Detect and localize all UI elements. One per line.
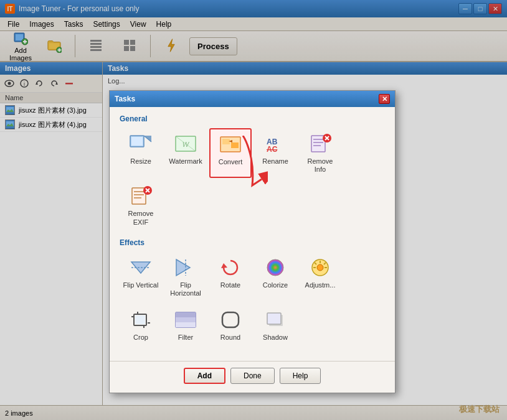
task-convert-label: Convert [219, 158, 243, 166]
svg-rect-80 [222, 312, 239, 327]
effects-task-grid: Flip Vertical Flip Horizontal [120, 252, 385, 347]
flip-horizontal-icon [173, 256, 198, 279]
svg-rect-78 [176, 317, 196, 322]
task-rename-label: Rename [262, 157, 288, 166]
done-button[interactable]: Done [230, 368, 275, 384]
adjustments-icon [308, 256, 333, 279]
svg-point-62 [267, 259, 283, 276]
task-convert[interactable]: Convert [209, 128, 252, 178]
crop-icon [128, 309, 153, 331]
effects-section-label: Effects [120, 238, 385, 247]
filter-icon [173, 309, 198, 331]
help-button[interactable]: Help [280, 368, 321, 384]
dialog-title: Tasks [115, 95, 135, 103]
svg-rect-75 [135, 315, 145, 324]
add-button[interactable]: Add [184, 368, 225, 384]
svg-rect-82 [267, 313, 281, 324]
task-flip-vertical-label: Flip Vertical [123, 281, 159, 289]
rotate-icon [218, 256, 243, 279]
svg-rect-31 [131, 137, 143, 146]
task-rename[interactable]: AB AC Rename [254, 128, 296, 178]
task-colorize[interactable]: Colorize [254, 252, 296, 302]
shadow-icon [263, 309, 288, 331]
task-rotate[interactable]: Rotate [209, 252, 252, 302]
task-watermark[interactable]: W Watermark [164, 128, 207, 178]
svg-marker-59 [176, 259, 190, 276]
task-shadow-label: Shadow [263, 334, 288, 342]
task-colorize-label: Colorize [263, 281, 288, 289]
round-icon [218, 309, 243, 331]
task-remove-info-label: Remove Info [302, 157, 338, 174]
svg-marker-61 [221, 263, 227, 268]
task-resize-label: Resize [130, 157, 151, 166]
svg-point-69 [317, 264, 323, 271]
dialog-footer: Add Done Help [110, 361, 395, 393]
flip-vertical-icon [128, 256, 153, 279]
remove-exif-icon [128, 185, 153, 207]
dialog-content: General Resize [110, 107, 395, 361]
task-crop-label: Crop [133, 334, 148, 342]
task-flip-horizontal[interactable]: Flip Horizontal [164, 252, 207, 302]
task-crop[interactable]: Crop [120, 304, 162, 346]
general-section-label: General [120, 114, 385, 123]
dialog-close-button[interactable]: ✕ [379, 94, 390, 104]
task-shadow[interactable]: Shadow [254, 304, 296, 346]
dialog-title-bar: Tasks ✕ [110, 91, 395, 107]
task-filter-label: Filter [178, 334, 193, 342]
task-adjustments-label: Adjustm... [305, 281, 336, 289]
svg-rect-79 [176, 322, 196, 327]
task-remove-exif-label: Remove EXIF [123, 210, 159, 226]
remove-info-icon [308, 133, 333, 155]
task-flip-vertical[interactable]: Flip Vertical [120, 252, 162, 302]
task-filter[interactable]: Filter [164, 304, 207, 346]
task-flip-horizontal-label: Flip Horizontal [168, 281, 204, 297]
svg-rect-77 [176, 312, 196, 317]
modal-overlay: Tasks ✕ General Resize [0, 0, 507, 420]
rename-icon: AB AC [263, 133, 288, 155]
tasks-dialog: Tasks ✕ General Resize [109, 90, 396, 393]
task-remove-info[interactable]: Remove Info [299, 128, 341, 178]
resize-icon [128, 133, 153, 155]
convert-icon [218, 133, 243, 156]
svg-rect-38 [222, 139, 230, 144]
task-round-label: Round [220, 334, 240, 342]
colorize-icon [263, 256, 288, 279]
svg-text:AC: AC [267, 145, 278, 154]
svg-rect-39 [231, 142, 239, 148]
task-resize[interactable]: Resize [120, 128, 162, 178]
task-remove-exif[interactable]: Remove EXIF [120, 180, 162, 230]
general-task-grid: Resize W Watermark [120, 128, 385, 231]
task-round[interactable]: Round [209, 304, 252, 346]
watermark-icon: W [173, 133, 198, 155]
task-watermark-label: Watermark [169, 157, 202, 166]
task-rotate-label: Rotate [220, 281, 240, 289]
task-adjustments[interactable]: Adjustm... [299, 252, 341, 302]
